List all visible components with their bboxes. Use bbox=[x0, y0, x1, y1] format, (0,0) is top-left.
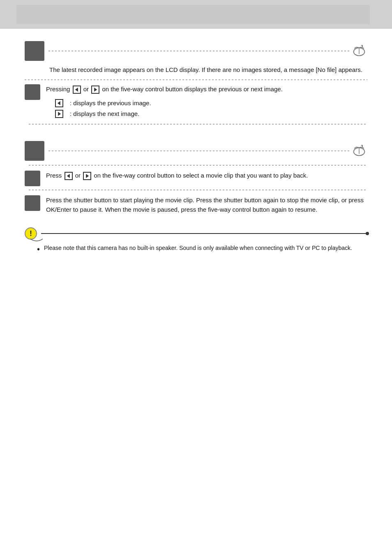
section-movie-playback: Press or on the five-way control button … bbox=[25, 141, 367, 255]
movie-step2-content: Press or on the five-way control button … bbox=[46, 171, 367, 185]
tip-icon-1 bbox=[351, 43, 367, 59]
sep2 bbox=[25, 124, 367, 125]
no-file-text: The latest recorded image appears on the… bbox=[49, 65, 367, 74]
movie-step3-row: Press the shutter button to start playin… bbox=[25, 195, 367, 220]
exclaim-text: ! bbox=[30, 229, 32, 238]
movie-btn-right bbox=[83, 172, 91, 180]
note-bar: ! bbox=[25, 227, 367, 240]
step1-content: The latest recorded image appears on the… bbox=[49, 65, 367, 74]
movie-sep2 bbox=[25, 190, 367, 190]
movie-step1-row bbox=[25, 141, 367, 161]
step2-block bbox=[25, 84, 40, 100]
btn-right-sub2 bbox=[55, 110, 63, 118]
movie-step1-block bbox=[25, 141, 44, 161]
step2-row: Pressing or on the five-way control butt… bbox=[25, 84, 367, 120]
movie-step3-block bbox=[25, 195, 40, 211]
movie-btn-left bbox=[65, 172, 73, 180]
step1-row bbox=[25, 41, 367, 61]
sub1-text: : displays the previous image. bbox=[70, 99, 151, 106]
sub-item-2: : displays the next image. bbox=[54, 110, 367, 118]
sub2-text: : displays the next image. bbox=[70, 110, 139, 117]
tip-icon-2 bbox=[351, 143, 367, 159]
movie-dot-line-sep1 bbox=[29, 165, 367, 166]
shutter-text: Press the shutter button to start playin… bbox=[46, 195, 367, 215]
note-end-dot bbox=[366, 232, 369, 235]
main-content: The latest recorded image appears on the… bbox=[0, 41, 392, 254]
press-movie-text: Press or on the five-way control button … bbox=[46, 171, 367, 180]
sep1 bbox=[25, 79, 367, 80]
btn-left-1 bbox=[73, 86, 81, 94]
note-bullet: • Please note that this camera has no bu… bbox=[37, 244, 367, 254]
step1-block bbox=[25, 41, 44, 61]
movie-step3-content: Press the shutter button to start playin… bbox=[46, 195, 367, 220]
dotted-line-1 bbox=[48, 51, 351, 51]
sub-item-1: : displays the previous image. bbox=[54, 99, 367, 107]
section-still-playback: The latest recorded image appears on the… bbox=[25, 41, 367, 125]
or-label-1: or bbox=[83, 86, 91, 92]
movie-dot-line-1 bbox=[48, 150, 351, 151]
note-text: Please note that this camera has no buil… bbox=[44, 244, 352, 252]
press-label: Press bbox=[46, 172, 62, 179]
bullet-symbol: • bbox=[37, 244, 40, 254]
tip-svg-2 bbox=[351, 143, 367, 159]
movie-sep1 bbox=[25, 165, 367, 166]
header-inner bbox=[16, 5, 370, 24]
on-five-way-movie: on the five-way control button to select… bbox=[94, 172, 308, 179]
pressing-text: Pressing or on the five-way control butt… bbox=[46, 84, 367, 94]
note-line bbox=[41, 233, 367, 234]
header-bar bbox=[0, 0, 392, 29]
pressing-label: Pressing bbox=[46, 86, 70, 92]
curved-line bbox=[30, 238, 43, 243]
dot-line-sep1 bbox=[25, 79, 367, 80]
dot-line-sep2 bbox=[29, 124, 367, 125]
tip-svg-1 bbox=[351, 43, 367, 59]
movie-step2-row: Press or on the five-way control button … bbox=[25, 171, 367, 186]
btn-left-sub1 bbox=[55, 99, 63, 107]
note-section: ! • Please note that this ca bbox=[25, 227, 367, 254]
step2-content: Pressing or on the five-way control butt… bbox=[46, 84, 367, 120]
page: The latest recorded image appears on the… bbox=[0, 0, 392, 555]
movie-step2-block bbox=[25, 171, 40, 186]
movie-dot-line-sep2 bbox=[29, 190, 367, 190]
or-label-2: or bbox=[75, 172, 81, 179]
btn-right-1 bbox=[91, 86, 99, 94]
exclaim-icon-container: ! bbox=[25, 227, 37, 240]
on-five-way-still: on the five-way control button displays … bbox=[102, 86, 282, 92]
